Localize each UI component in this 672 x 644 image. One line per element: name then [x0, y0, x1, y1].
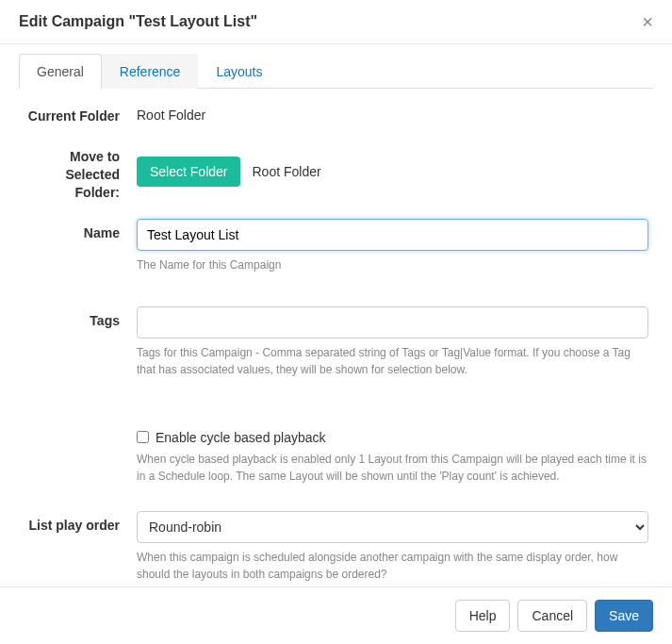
current-folder-row: Current Folder Root Folder — [24, 107, 648, 125]
help-button[interactable]: Help — [455, 600, 511, 632]
current-folder-value-wrap: Root Folder — [137, 107, 648, 125]
tabs: General Reference Layouts — [19, 54, 653, 89]
list-play-order-label: List play order — [24, 511, 137, 583]
name-row: Name The Name for this Campaign — [24, 219, 648, 273]
name-input[interactable] — [137, 219, 648, 251]
close-button[interactable]: × — [642, 12, 653, 31]
current-folder-value: Root Folder — [137, 107, 648, 123]
tags-control-wrap: Tags for this Campaign - Comma separated… — [137, 306, 648, 378]
list-play-order-wrap: Round-robin When this campaign is schedu… — [137, 511, 648, 583]
cycle-playback-help: When cycle based playback is enabled onl… — [137, 451, 648, 485]
selected-folder-value: Root Folder — [252, 164, 320, 179]
tags-label: Tags — [24, 306, 137, 378]
cycle-playback-checkbox[interactable] — [137, 431, 149, 443]
modal-header: Edit Campaign "Test Layout List" × — [0, 0, 672, 44]
name-label: Name — [24, 219, 137, 273]
list-play-order-select[interactable]: Round-robin — [137, 511, 648, 543]
modal-footer: Help Cancel Save — [0, 586, 672, 644]
name-help: The Name for this Campaign — [137, 256, 648, 273]
tags-row: Tags Tags for this Campaign - Comma sepa… — [24, 306, 648, 378]
tags-input[interactable] — [137, 306, 648, 339]
tags-help: Tags for this Campaign - Comma separated… — [137, 344, 648, 378]
save-button[interactable]: Save — [595, 600, 653, 632]
current-folder-label: Current Folder — [24, 107, 137, 125]
tab-layouts[interactable]: Layouts — [198, 54, 280, 89]
cycle-playback-checkbox-row: Enable cycle based playback — [137, 430, 648, 445]
modal-body: General Reference Layouts Current Folder… — [0, 44, 672, 619]
list-play-order-help: When this campaign is scheduled alongsid… — [137, 549, 648, 583]
modal-title: Edit Campaign "Test Layout List" — [19, 13, 257, 30]
select-folder-button[interactable]: Select Folder — [137, 157, 240, 187]
list-play-order-row: List play order Round-robin When this ca… — [24, 511, 648, 583]
close-icon: × — [642, 11, 653, 32]
tab-reference[interactable]: Reference — [102, 54, 199, 89]
move-folder-label: Move to Selected Folder: — [24, 142, 137, 202]
tab-general[interactable]: General — [19, 54, 102, 89]
cycle-playback-wrap: Enable cycle based playback When cycle b… — [137, 430, 648, 485]
name-control-wrap: The Name for this Campaign — [137, 219, 648, 273]
form-body: Current Folder Root Folder Move to Selec… — [19, 107, 653, 583]
move-folder-controls: Select Folder Root Folder — [137, 142, 648, 202]
move-folder-row: Move to Selected Folder: Select Folder R… — [24, 142, 648, 202]
cycle-playback-label: Enable cycle based playback — [156, 430, 326, 445]
cycle-playback-spacer — [24, 430, 137, 485]
cycle-playback-row: Enable cycle based playback When cycle b… — [24, 430, 648, 485]
cancel-button[interactable]: Cancel — [517, 600, 587, 632]
